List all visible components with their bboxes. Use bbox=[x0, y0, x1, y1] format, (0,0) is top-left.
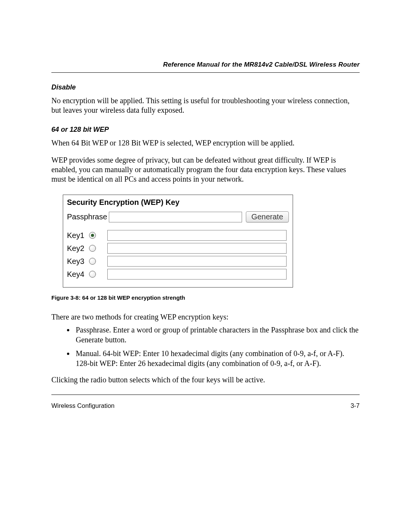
footer-rule bbox=[51, 395, 360, 395]
wep-key2-radio[interactable] bbox=[89, 245, 96, 252]
list-item: Manual. 64-bit WEP: Enter 10 hexadecimal… bbox=[74, 348, 360, 368]
section-heading-wep: 64 or 128 bit WEP bbox=[51, 126, 360, 134]
paragraph-wep-1: When 64 Bit WEP or 128 Bit WEP is select… bbox=[51, 138, 360, 148]
wep-key4-input[interactable] bbox=[107, 269, 287, 280]
wep-key-row: Key2 bbox=[67, 243, 289, 254]
wep-key-label: Key1 bbox=[67, 231, 89, 240]
wep-keys-area: Key1 Key2 Key3 Key4 bbox=[63, 224, 293, 287]
wep-key3-radio[interactable] bbox=[89, 258, 96, 265]
document-page: Reference Manual for the MR814v2 Cable/D… bbox=[0, 0, 411, 532]
page-footer: Wireless Configuration 3-7 bbox=[51, 402, 360, 409]
wep-panel: Security Encryption (WEP) Key Passphrase… bbox=[63, 195, 293, 288]
methods-list: Passphrase. Enter a word or group of pri… bbox=[51, 325, 360, 368]
wep-key-label: Key3 bbox=[67, 257, 89, 266]
wep-key2-input[interactable] bbox=[107, 243, 287, 254]
section-heading-disable: Disable bbox=[51, 83, 360, 91]
paragraph-closing: Clicking the radio button selects which … bbox=[51, 375, 360, 385]
wep-key-row: Key1 bbox=[67, 230, 289, 241]
paragraph-wep-2: WEP provides some degree of privacy, but… bbox=[51, 155, 360, 184]
passphrase-label: Passphrase bbox=[67, 212, 109, 221]
wep-key4-radio[interactable] bbox=[89, 271, 96, 278]
wep-key1-input[interactable] bbox=[107, 230, 287, 241]
wep-key-row: Key4 bbox=[67, 269, 289, 280]
list-item: Passphrase. Enter a word or group of pri… bbox=[74, 325, 360, 345]
wep-key-row: Key3 bbox=[67, 256, 289, 267]
wep-key1-radio[interactable] bbox=[89, 232, 96, 239]
wep-panel-title: Security Encryption (WEP) Key bbox=[63, 195, 293, 210]
figure-wep-panel-wrap: Security Encryption (WEP) Key Passphrase… bbox=[63, 195, 293, 288]
footer-chapter-name: Wireless Configuration bbox=[51, 402, 115, 409]
passphrase-row: Passphrase Generate bbox=[63, 210, 293, 224]
generate-button[interactable]: Generate bbox=[246, 211, 289, 222]
header-rule bbox=[51, 72, 360, 73]
wep-key3-input[interactable] bbox=[107, 256, 287, 267]
footer-page-number: 3-7 bbox=[350, 402, 360, 409]
wep-key-label: Key4 bbox=[67, 270, 89, 279]
wep-key-label: Key2 bbox=[67, 244, 89, 253]
paragraph-methods-intro: There are two methods for creating WEP e… bbox=[51, 312, 360, 322]
figure-caption: Figure 3-8: 64 or 128 bit WEP encryption… bbox=[51, 294, 360, 301]
page-header-title: Reference Manual for the MR814v2 Cable/D… bbox=[51, 61, 360, 69]
passphrase-input[interactable] bbox=[109, 212, 242, 222]
paragraph-disable: No encryption will be applied. This sett… bbox=[51, 96, 360, 115]
